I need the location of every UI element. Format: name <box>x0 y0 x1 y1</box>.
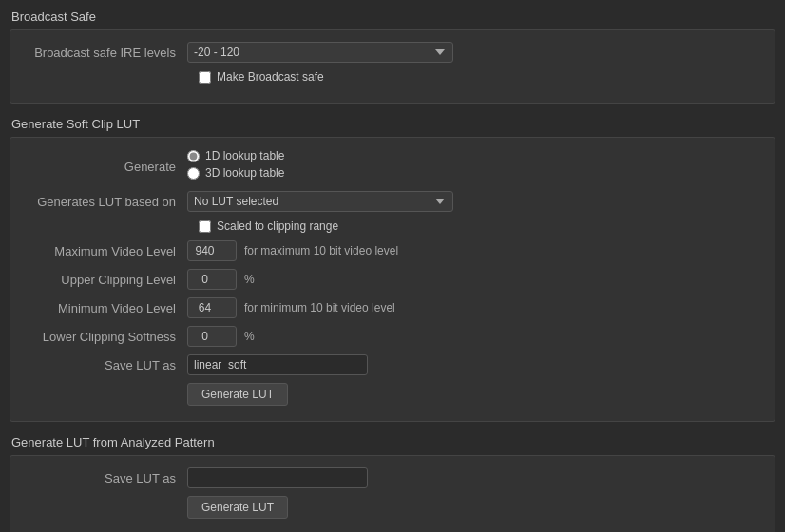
max-video-level-label: Maximum Video Level <box>26 244 187 258</box>
lut-select[interactable]: No LUT selected <box>187 191 453 212</box>
generate-soft-clip-section: Generate Soft Clip LUT Generate 1D looku… <box>10 117 775 422</box>
save-lut-as-input[interactable] <box>187 354 368 375</box>
radio-group: 1D lookup table 3D lookup table <box>187 149 284 183</box>
scaled-row: Scaled to clipping range <box>199 219 759 233</box>
pattern-generate-lut-btn-row: Generate LUT <box>187 496 759 519</box>
max-video-level-input[interactable] <box>187 240 237 261</box>
make-broadcast-safe-checkbox[interactable] <box>199 71 211 84</box>
lower-clipping-label: Lower Clipping Softness <box>26 330 187 344</box>
upper-clipping-input[interactable] <box>187 269 237 290</box>
lut-based-on-label: Generates LUT based on <box>26 195 187 209</box>
lower-clipping-input[interactable] <box>187 326 237 347</box>
broadcast-safe-title: Broadcast Safe <box>10 10 775 24</box>
scaled-label: Scaled to clipping range <box>217 219 338 233</box>
generate-soft-clip-title: Generate Soft Clip LUT <box>10 117 775 131</box>
min-video-level-note: for minimum 10 bit video level <box>244 301 395 314</box>
pattern-save-lut-as-row: Save LUT as <box>26 467 759 488</box>
make-broadcast-safe-row: Make Broadcast safe <box>199 70 759 84</box>
pattern-save-lut-as-input[interactable] <box>187 467 368 488</box>
upper-clipping-row: Upper Clipping Level % <box>26 269 759 290</box>
generate-radio-row: Generate 1D lookup table 3D lookup table <box>26 149 759 183</box>
generate-from-pattern-section: Generate LUT from Analyzed Pattern Save … <box>10 435 775 532</box>
min-video-level-input[interactable] <box>187 297 237 318</box>
generate-from-pattern-box: Save LUT as Generate LUT <box>10 455 775 532</box>
lower-clipping-content: % <box>187 326 255 347</box>
ire-levels-row: Broadcast safe IRE levels -20 - 120 0 - … <box>26 42 759 63</box>
broadcast-safe-section: Broadcast Safe Broadcast safe IRE levels… <box>10 10 775 104</box>
radio-1d-label: 1D lookup table <box>205 149 284 162</box>
min-video-level-content: for minimum 10 bit video level <box>187 297 395 318</box>
pattern-save-lut-as-content <box>187 467 368 488</box>
upper-clipping-content: % <box>187 269 255 290</box>
generate-lut-btn-row: Generate LUT <box>187 383 759 406</box>
radio-3d[interactable] <box>187 167 200 180</box>
lut-based-on-row: Generates LUT based on No LUT selected <box>26 191 759 212</box>
upper-clipping-label: Upper Clipping Level <box>26 273 187 287</box>
pattern-save-lut-as-label: Save LUT as <box>26 471 187 485</box>
generate-from-pattern-title: Generate LUT from Analyzed Pattern <box>10 435 775 449</box>
max-video-level-row: Maximum Video Level for maximum 10 bit v… <box>26 240 759 261</box>
ire-levels-label: Broadcast safe IRE levels <box>26 46 187 60</box>
save-lut-as-row: Save LUT as <box>26 354 759 375</box>
lower-clipping-unit: % <box>244 330 255 343</box>
min-video-level-row: Minimum Video Level for minimum 10 bit v… <box>26 297 759 318</box>
lut-based-on-content: No LUT selected <box>187 191 453 212</box>
ire-levels-content: -20 - 120 0 - 100 7.5 - 100 <box>187 42 453 63</box>
min-video-level-label: Minimum Video Level <box>26 301 187 315</box>
radio-3d-row: 3D lookup table <box>187 166 284 180</box>
generate-label: Generate <box>26 160 187 174</box>
upper-clipping-unit: % <box>244 273 255 286</box>
save-lut-as-label: Save LUT as <box>26 358 187 372</box>
radio-1d-row: 1D lookup table <box>187 149 284 162</box>
broadcast-safe-box: Broadcast safe IRE levels -20 - 120 0 - … <box>10 29 775 104</box>
max-video-level-note: for maximum 10 bit video level <box>244 244 398 257</box>
pattern-generate-lut-button[interactable]: Generate LUT <box>187 496 288 519</box>
generate-soft-clip-box: Generate 1D lookup table 3D lookup table… <box>10 137 775 422</box>
lower-clipping-row: Lower Clipping Softness % <box>26 326 759 347</box>
max-video-level-content: for maximum 10 bit video level <box>187 240 398 261</box>
save-lut-as-content <box>187 354 368 375</box>
radio-3d-label: 3D lookup table <box>205 166 284 180</box>
ire-levels-select[interactable]: -20 - 120 0 - 100 7.5 - 100 <box>187 42 453 63</box>
generate-lut-button[interactable]: Generate LUT <box>187 383 288 406</box>
radio-1d[interactable] <box>187 150 200 162</box>
scaled-checkbox[interactable] <box>199 220 211 233</box>
make-broadcast-safe-label: Make Broadcast safe <box>217 70 324 84</box>
